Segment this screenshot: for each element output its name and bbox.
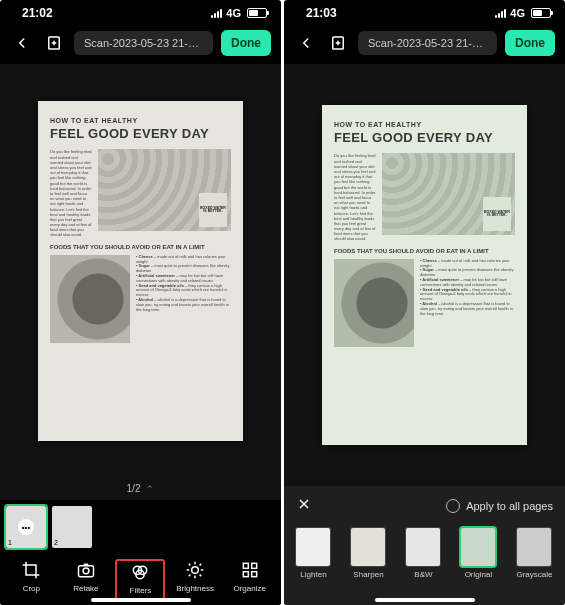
doc-cup-image — [334, 259, 414, 347]
retake-tool[interactable]: Retake — [62, 560, 110, 599]
filter-lighten[interactable]: Lighten — [296, 528, 330, 579]
page-counter[interactable]: 1/2⌃ — [0, 477, 281, 500]
more-icon[interactable]: ••• — [18, 519, 34, 535]
home-indicator[interactable] — [375, 598, 475, 602]
doc-hero-image: BOXED WATER IS BETTER. — [382, 153, 515, 235]
doc-bullets: • Cheese – made out of milk and has calo… — [420, 259, 515, 347]
done-button[interactable]: Done — [221, 30, 271, 56]
doc-h2: FEEL GOOD EVERY DAY — [50, 126, 231, 142]
signal-icon — [495, 9, 506, 18]
add-page-button[interactable] — [326, 31, 350, 55]
doc-title-input[interactable]: Scan-2023-05-23 21-01-17 — [358, 31, 497, 55]
filters-tool[interactable]: Filters — [116, 560, 164, 599]
status-right: 4G — [495, 7, 551, 19]
filters-header: Apply to all pages — [284, 485, 565, 522]
add-page-button[interactable] — [42, 31, 66, 55]
doc-cup-image — [50, 255, 130, 343]
thumb-1[interactable]: ••• 1 — [6, 506, 46, 548]
crop-icon — [21, 560, 41, 580]
status-bar: 21:02 4G — [0, 0, 281, 22]
scanned-page: HOW TO EAT HEALTHY FEEL GOOD EVERY DAY D… — [38, 101, 243, 441]
thumbs-row: ••• 1 2 — [0, 500, 281, 552]
doc-bullets: • Cheese – made out of milk and has calo… — [136, 255, 231, 343]
page-canvas[interactable]: HOW TO EAT HEALTHY FEEL GOOD EVERY DAY D… — [284, 64, 565, 485]
doc-hero-image: BOXED WATER IS BETTER. — [98, 149, 231, 231]
network-label: 4G — [226, 7, 241, 19]
filter-original[interactable]: Original — [461, 528, 495, 579]
organize-tool[interactable]: Organize — [226, 560, 274, 599]
filter-grayscale[interactable]: Grayscale — [516, 528, 552, 579]
filter-thumb — [517, 528, 551, 566]
done-button[interactable]: Done — [505, 30, 555, 56]
right-screen: 21:03 4G Scan-2023-05-23 21-01-17 Done H… — [284, 0, 565, 605]
network-label: 4G — [510, 7, 525, 19]
apply-all-toggle[interactable]: Apply to all pages — [446, 499, 553, 513]
filter-bw[interactable]: B&W — [406, 528, 440, 579]
filter-thumb — [461, 528, 495, 566]
signal-icon — [211, 9, 222, 18]
page-canvas[interactable]: HOW TO EAT HEALTHY FEEL GOOD EVERY DAY D… — [0, 64, 281, 477]
camera-icon — [76, 560, 96, 580]
brightness-tool[interactable]: Brightness — [171, 560, 219, 599]
svg-rect-10 — [251, 563, 256, 568]
crop-tool[interactable]: Crop — [7, 560, 55, 599]
svg-rect-12 — [251, 572, 256, 577]
doc-h1: HOW TO EAT HEALTHY — [50, 117, 231, 125]
grid-icon — [240, 560, 260, 580]
svg-point-4 — [83, 568, 89, 574]
doc-sub: FOODS THAT YOU SHOULD AVOID OR EAT IN A … — [334, 248, 515, 255]
left-screen: 21:02 4G Scan-2023-05-23 21-01-17 Done H… — [0, 0, 281, 605]
status-time: 21:03 — [306, 6, 337, 20]
filter-thumb — [406, 528, 440, 566]
topbar: Scan-2023-05-23 21-01-17 Done — [284, 22, 565, 64]
doc-sub: FOODS THAT YOU SHOULD AVOID OR EAT IN A … — [50, 244, 231, 251]
doc-h2: FEEL GOOD EVERY DAY — [334, 130, 515, 146]
filter-thumb — [351, 528, 385, 566]
svg-point-8 — [192, 567, 199, 574]
battery-icon — [531, 8, 551, 18]
battery-icon — [247, 8, 267, 18]
status-right: 4G — [211, 7, 267, 19]
filters-row: Lighten Sharpen B&W Original Grayscale — [284, 522, 565, 605]
radio-icon — [446, 499, 460, 513]
svg-rect-11 — [243, 572, 248, 577]
thumb-2[interactable]: 2 — [52, 506, 92, 548]
filter-sharpen[interactable]: Sharpen — [351, 528, 385, 579]
boxed-water-label: BOXED WATER IS BETTER. — [199, 193, 227, 227]
svg-rect-9 — [243, 563, 248, 568]
doc-title-input[interactable]: Scan-2023-05-23 21-01-17 — [74, 31, 213, 55]
close-filters[interactable] — [296, 496, 312, 516]
topbar: Scan-2023-05-23 21-01-17 Done — [0, 22, 281, 64]
close-icon — [296, 496, 312, 512]
boxed-water-label: BOXED WATER IS BETTER. — [483, 197, 511, 231]
doc-h1: HOW TO EAT HEALTHY — [334, 121, 515, 129]
home-indicator[interactable] — [91, 598, 191, 602]
back-button[interactable] — [294, 31, 318, 55]
status-bar: 21:03 4G — [284, 0, 565, 22]
scanned-page: HOW TO EAT HEALTHY FEEL GOOD EVERY DAY D… — [322, 105, 527, 445]
doc-intro-text: Do you like feeling tired and rushed and… — [334, 153, 376, 241]
back-button[interactable] — [10, 31, 34, 55]
chevron-up-icon: ⌃ — [146, 484, 154, 494]
doc-intro-text: Do you like feeling tired and rushed and… — [50, 149, 92, 237]
filter-thumb — [296, 528, 330, 566]
filters-icon — [130, 562, 150, 582]
status-time: 21:02 — [22, 6, 53, 20]
brightness-icon — [185, 560, 205, 580]
